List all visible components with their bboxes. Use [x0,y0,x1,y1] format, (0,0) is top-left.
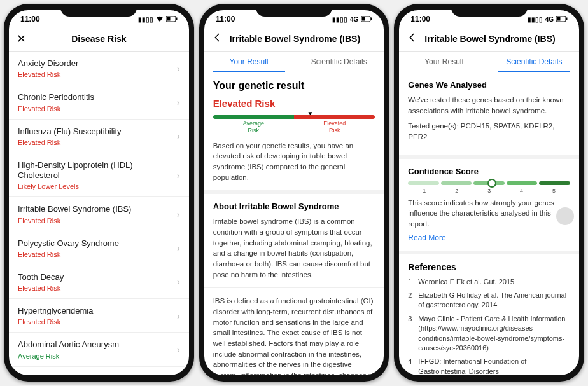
svg-rect-2 [176,17,177,20]
risk-bar-average [213,115,294,119]
header: Irritable Bowel Syndrome (IBS) [399,28,579,52]
tab-your-result[interactable]: Your Result [204,52,294,72]
risk-level: Elevated Risk [213,98,375,109]
chevron-right-icon: › [177,170,180,181]
conf-seg-1 [408,181,439,185]
phone-frame-2: 11:00 ▮▮▯▯ 4G Irritable Bowel Syndrome (… [199,4,389,382]
label-average: AverageRisk [213,120,294,134]
screen-your-result: 11:00 ▮▮▯▯ 4G Irritable Bowel Syndrome (… [204,10,384,375]
genes-desc: We've tested these genes based on their … [408,95,570,116]
conf-seg-5 [539,181,570,185]
tab-scientific-details[interactable]: Scientific Details [294,52,384,72]
svg-rect-7 [557,17,561,20]
risk-label: Elevated Risk [18,318,173,326]
disease-name: Polycystic Ovary Syndrome [18,238,173,249]
reference-item: IFFGD: International Foundation of Gastr… [408,357,570,375]
list-item[interactable]: Influenza (Flu) SusceptibilityElevated R… [9,120,189,153]
conf-num: 4 [505,188,538,194]
header: ✕ Disease Risk [9,28,189,52]
chevron-right-icon: › [177,64,180,74]
details-content[interactable]: Genes We Analysed We've tested these gen… [399,72,579,375]
status-icons: ▮▮▯▯ 4G [332,16,372,23]
screen-disease-risk: 11:00 ▮▮▯▯ ✕ Disease Risk Anxiety Disord… [9,10,189,375]
svg-rect-8 [566,17,568,20]
svg-rect-4 [362,17,365,20]
tab-scientific-details[interactable]: Scientific Details [489,52,579,72]
list-item[interactable]: Polycystic Ovary SyndromeElevated Risk› [9,231,189,265]
wifi-icon [156,15,164,23]
risk-bar-elevated [294,115,375,119]
tab-your-result[interactable]: Your Result [399,52,489,72]
about-body: Irritable bowel syndrome (IBS) is a comm… [213,216,375,280]
chevron-right-icon: › [177,345,180,355]
about-title: About Irritable Bowel Syndrome [213,202,375,211]
about-more: IBS is defined as a functional gastroint… [213,296,375,375]
close-icon[interactable]: ✕ [17,32,28,46]
list-item[interactable]: Abdominal Aortic AneurysmAverage Risk› [9,333,189,366]
confidence-section: Confidence Score 12345 This score indica… [399,159,579,254]
notch [256,4,332,17]
chevron-right-icon: › [177,243,180,253]
status-icons: ▮▮▯▯ [138,15,178,23]
confidence-scale: 12345 [408,188,570,194]
list-item[interactable]: Irritable Bowel Syndrome (IBS)Elevated R… [9,197,189,231]
disease-name: Influenza (Flu) Susceptibility [18,127,173,137]
page-title: Irritable Bowel Syndrome (IBS) [230,34,377,44]
conf-num: 5 [538,188,570,194]
disease-list[interactable]: Anxiety DisorderElevated Risk›Chronic Pe… [9,52,189,375]
chevron-right-icon: › [177,131,180,141]
disease-name: Attention Deficit Hyperactivity Disorder… [18,374,173,376]
disease-name: Irritable Bowel Syndrome (IBS) [18,204,173,214]
risk-bar-labels: AverageRisk ElevatedRisk [213,120,375,134]
phone-frame-1: 11:00 ▮▮▯▯ ✕ Disease Risk Anxiety Disord… [4,4,194,382]
list-item[interactable]: High-Density Lipoprotein (HDL) Cholester… [9,153,189,198]
network-4g: 4G [350,16,358,23]
genes-body: We've tested these genes based on their … [408,95,570,142]
disease-name: Abdominal Aortic Aneurysm [18,340,173,350]
risk-bar [213,115,375,119]
back-icon[interactable] [212,32,223,46]
reference-item: Weronica E Ek et al. Gut. 2015 [408,277,570,287]
risk-label: Elevated Risk [18,284,173,292]
result-heading: Your genetic result [213,80,375,92]
risk-label: Elevated Risk [18,139,173,146]
result-summary: Based on your genetic results, you have … [213,141,375,183]
references-list: Weronica E Ek et al. Gut. 2015Elizabeth … [408,277,570,375]
about-section: About Irritable Bowel Syndrome Irritable… [204,194,384,288]
references-title: References [408,262,570,272]
back-icon[interactable] [407,32,418,46]
references-section: References Weronica E Ek et al. Gut. 201… [399,254,579,375]
risk-label: Likely Lower Levels [18,183,173,190]
screen-scientific-details: 11:00 ▮▮▯▯ 4G Irritable Bowel Syndrome (… [399,10,579,375]
result-content[interactable]: Your genetic result Elevated Risk ▼ Aver… [204,72,384,375]
assistive-touch[interactable] [556,207,574,225]
list-item[interactable]: HypertriglyceridemiaElevated Risk› [9,299,189,333]
disease-name: High-Density Lipoprotein (HDL) Cholester… [18,160,173,181]
genes-title: Genes We Analysed [408,80,570,90]
reference-item: Mayo Clinic - Patient Care & Health Info… [408,314,570,354]
conf-num: 2 [440,188,473,194]
result-section: Your genetic result Elevated Risk ▼ Aver… [204,72,384,194]
disease-name: Tooth Decay [18,272,173,282]
list-item[interactable]: Attention Deficit Hyperactivity Disorder… [9,367,189,376]
notch [451,4,528,17]
list-item[interactable]: Anxiety DisorderElevated Risk› [9,52,189,85]
chevron-right-icon: › [177,277,180,287]
battery-icon [166,16,178,23]
conf-seg-4 [507,181,538,185]
risk-label: Elevated Risk [18,251,173,258]
risk-label: Elevated Risk [18,217,173,224]
chevron-right-icon: › [177,97,180,107]
chevron-right-icon: › [177,311,180,321]
conf-num: 3 [473,188,505,194]
label-elevated: ElevatedRisk [294,120,375,134]
confidence-thumb [487,179,496,188]
svg-rect-1 [167,17,170,20]
list-item[interactable]: Tooth DecayElevated Risk› [9,265,189,299]
list-item[interactable]: Chronic PeriodontitisElevated Risk› [9,85,189,119]
page-title: Disease Risk [34,34,164,44]
signal-icon: ▮▮▯▯ [138,16,153,23]
disease-name: Hypertriglyceridemia [18,306,173,316]
read-more-link[interactable]: Read More [408,233,445,242]
risk-label: Elevated Risk [18,105,173,113]
